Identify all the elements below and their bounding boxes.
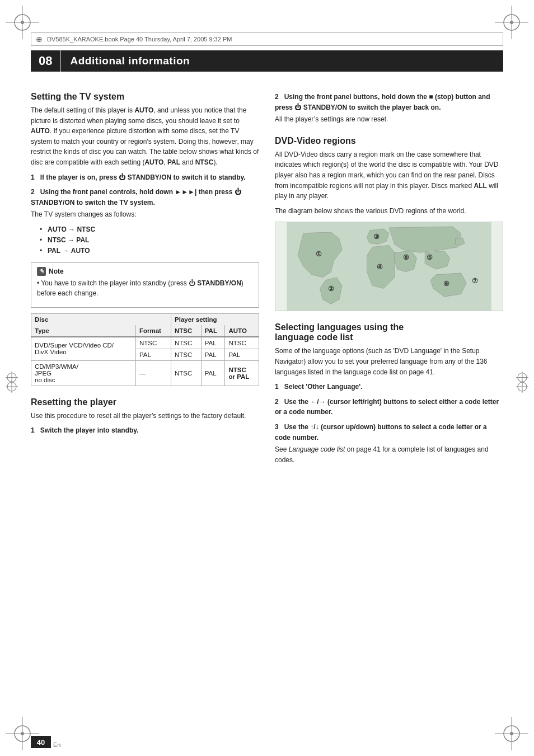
table-row: CD/MP3/WMA/JPEGno disc — NTSC PAL NTSCor… [31, 360, 259, 386]
table-header-bot: Type Format NTSC PAL AUTO [31, 325, 259, 337]
svg-text:②: ② [328, 285, 334, 293]
table-row: DVD/Super VCD/Video CD/DivX Video NTSC N… [31, 337, 259, 349]
left-column: Setting the TV system The default settin… [31, 83, 259, 722]
svg-text:①: ① [316, 251, 322, 259]
chapter-title: Additional information [61, 55, 190, 67]
language-step2: 2 Use the ←/→ (cursor left/right) button… [275, 397, 503, 417]
dvd-world-map: ① ② ③ ④ ⑤ ⑥ ⑦ ⑧ [275, 222, 503, 311]
th-auto: AUTO [225, 325, 259, 337]
td-format-pal: PAL [135, 349, 171, 360]
svg-text:⑦: ⑦ [472, 277, 478, 285]
td-ntsc-1: NTSC [171, 337, 202, 349]
side-mark-mid-left [6, 381, 18, 395]
td-pal-2: PAL [201, 349, 225, 360]
dvd-video-text: All DVD-Video discs carry a region mark … [275, 149, 503, 201]
setting-tv-intro: The default setting of this player is AU… [31, 105, 259, 168]
setting-tv-title: Setting the TV system [31, 92, 259, 102]
table-header-top: Disc Player setting [31, 313, 259, 325]
th-pal: PAL [201, 325, 225, 337]
td-auto-ntsc: NTSC [225, 337, 259, 349]
file-info-bar: ⊕ DV585K_KARAOKE.book Page 40 Thursday, … [31, 32, 503, 46]
chapter-header: 08 Additional information [31, 50, 503, 72]
file-info-text: DV585K_KARAOKE.book Page 40 Thursday, Ap… [47, 36, 232, 43]
resetting-intro: Use this procedure to reset all the play… [31, 411, 259, 421]
th-disc: Disc [31, 313, 171, 325]
language-step1: 1 Select 'Other Language'. [275, 382, 503, 392]
page-lang: En [53, 741, 60, 748]
note-icon: ✎ [37, 267, 46, 276]
language-intro: Some of the language options (such as 'D… [275, 346, 503, 377]
chapter-number: 08 [31, 50, 61, 72]
right-column: 2 Using the front panel buttons, hold do… [275, 83, 503, 722]
resetting-continued: 2 Using the front panel buttons, hold do… [275, 92, 503, 125]
td-pal-1: PAL [201, 337, 225, 349]
page-number-box: 40 [31, 736, 51, 748]
resetting-title: Resetting the player [31, 397, 259, 407]
disc-table: Disc Player setting Type Format NTSC PAL… [31, 313, 259, 386]
language-title: Selecting languages using thelanguage co… [275, 322, 503, 342]
bullet-pal-auto: PAL → AUTO [40, 246, 259, 256]
td-auto-ntscpal: NTSCor PAL [225, 360, 259, 386]
svg-point-3 [21, 21, 24, 24]
bullet-ntsc-pal: NTSC → PAL [40, 235, 259, 246]
th-player-setting: Player setting [171, 313, 259, 325]
dvd-map-svg: ① ② ③ ④ ⑤ ⑥ ⑦ ⑧ [275, 222, 503, 311]
th-ntsc: NTSC [171, 325, 202, 337]
main-content: Setting the TV system The default settin… [31, 83, 503, 722]
td-format-ntsc: NTSC [135, 337, 171, 349]
step2-reset-bold: 2 Using the front panel buttons, hold do… [275, 92, 503, 112]
svg-text:⑥: ⑥ [443, 280, 449, 288]
dvd-video-title: DVD-Video regions [275, 136, 503, 146]
note-title: ✎ Note [37, 267, 253, 276]
language-step3-bold: 3 Use the ↑/↓ (cursor up/down) buttons t… [275, 422, 503, 443]
step2-tv-text: The TV system changes as follows: [31, 209, 259, 220]
th-format: Format [135, 325, 171, 337]
page-number: 40 [37, 738, 45, 746]
th-type: Type [31, 325, 136, 337]
svg-point-11 [21, 732, 24, 735]
resetting-step1: 1 Switch the player into standby. [31, 425, 259, 436]
svg-point-15 [510, 732, 513, 735]
note-text: • You have to switch the player into sta… [37, 278, 253, 299]
td-pal-3: PAL [201, 360, 225, 386]
step1-tv: 1 If the player is on, press ⏻ STANDBY/O… [31, 172, 259, 183]
svg-text:⑧: ⑧ [403, 253, 409, 261]
svg-text:③: ③ [373, 233, 380, 241]
td-ntsc-2: NTSC [171, 349, 202, 360]
td-auto-pal: PAL [225, 349, 259, 360]
dvd-video-text2: The diagram below shows the various DVD … [275, 206, 503, 217]
td-type-cd: CD/MP3/WMA/JPEGno disc [31, 360, 136, 386]
svg-text:④: ④ [377, 263, 383, 271]
step2-reset-text: All the player’s settings are now reset. [275, 114, 503, 125]
side-mark-mid-right [516, 381, 528, 395]
td-ntsc-3: NTSC [171, 360, 202, 386]
td-type-dvd: DVD/Super VCD/Video CD/DivX Video [31, 337, 136, 361]
tv-system-bullets: AUTO → NTSC NTSC → PAL PAL → AUTO [40, 224, 259, 257]
step2-tv-bold: 2 Using the front panel controls, hold d… [31, 187, 259, 208]
note-box: ✎ Note • You have to switch the player i… [31, 262, 259, 308]
language-step3-text: See Language code list on page 41 for a … [275, 444, 503, 465]
svg-point-7 [510, 21, 513, 24]
compass-icon: ⊕ [36, 35, 43, 44]
svg-text:⑤: ⑤ [427, 253, 433, 261]
td-format-dash: — [135, 360, 171, 386]
bullet-auto-ntsc: AUTO → NTSC [40, 224, 259, 235]
